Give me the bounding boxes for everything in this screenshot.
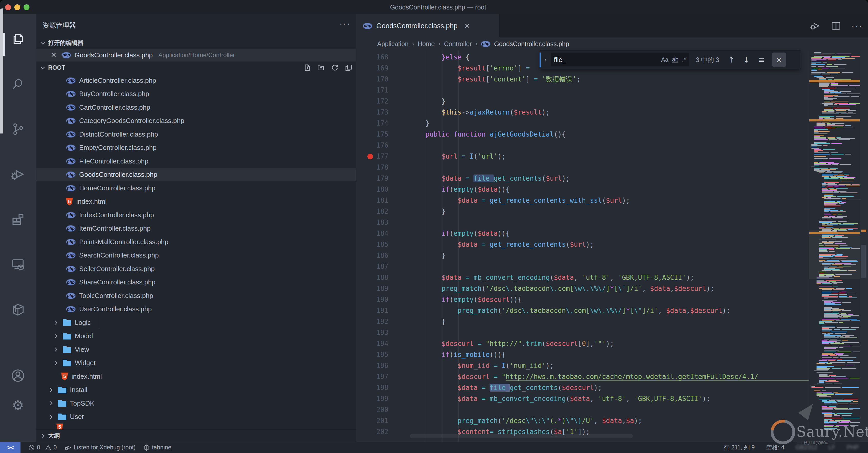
line-number[interactable]: 185 bbox=[356, 239, 395, 250]
code-line-199[interactable]: 199 $data = mb_convert_encoding($data, '… bbox=[356, 393, 809, 404]
tree-item-categorygoodscontroller-class-php[interactable]: phpCategoryGoodsController.class.php bbox=[36, 114, 356, 128]
line-number[interactable]: 189 bbox=[356, 283, 395, 294]
line-number[interactable]: 169 bbox=[356, 63, 395, 74]
line-number[interactable]: 181 bbox=[356, 195, 395, 206]
line-number[interactable]: 178 bbox=[356, 162, 395, 173]
code-line-182[interactable]: 182 } bbox=[356, 206, 809, 217]
tabnine-status[interactable]: tabnine bbox=[143, 444, 171, 451]
close-traffic-light[interactable] bbox=[5, 4, 11, 10]
code-line-180[interactable]: 180 if(empty($data)){ bbox=[356, 184, 809, 195]
code-line-190[interactable]: 190 if(empty($descurl)){ bbox=[356, 294, 809, 305]
tab-goodscontroller[interactable]: php GoodsController.class.php ✕ bbox=[356, 14, 500, 37]
remote-indicator[interactable]: >< bbox=[0, 442, 21, 453]
status-item[interactable]: LF bbox=[829, 444, 835, 451]
tree-item-buycontroller-class-php[interactable]: phpBuyController.class.php bbox=[36, 87, 356, 101]
xdebug-status[interactable]: Listen for Xdebug (root) bbox=[65, 444, 136, 451]
problems-status[interactable]: 0 0 bbox=[28, 444, 57, 451]
code-line-170[interactable]: 170 $result['content'] = '数据错误'; bbox=[356, 74, 809, 85]
code-line-197[interactable]: 197 $descurl = "http://hws.m.taobao.com/… bbox=[356, 371, 809, 382]
line-number[interactable]: 175 bbox=[356, 129, 395, 140]
status-item[interactable]: 空格: 4 bbox=[766, 444, 784, 451]
tree-item-view[interactable]: View bbox=[36, 343, 356, 356]
line-number[interactable]: 188 bbox=[356, 272, 395, 283]
tree-item-user[interactable]: User bbox=[36, 410, 356, 424]
code-line-200[interactable]: 200 bbox=[356, 404, 809, 415]
code-line-181[interactable]: 181 $data = get_remote_contents_with_ssl… bbox=[356, 195, 809, 206]
code-line-179[interactable]: 179 $data = file_get_contents($url); bbox=[356, 173, 809, 184]
tree-item-model[interactable]: Model bbox=[36, 330, 356, 343]
code-line-172[interactable]: 172 } bbox=[356, 96, 809, 107]
breadcrumb-item[interactable]: Controller bbox=[444, 40, 472, 48]
settings-gear-icon[interactable]: ⚙ bbox=[0, 390, 36, 421]
line-number[interactable]: 174 bbox=[356, 118, 395, 129]
tree-item-topsdk[interactable]: TopSDK bbox=[36, 397, 356, 410]
outline-section[interactable]: 大纲 bbox=[36, 429, 356, 442]
code-line-175[interactable]: 175 public function ajGetGoodsDetial(){ bbox=[356, 129, 809, 140]
code-line-173[interactable]: 173 $this->ajaxReturn($result); bbox=[356, 107, 809, 118]
tree-item-install[interactable]: Install bbox=[36, 383, 356, 397]
code-line-183[interactable]: 183 bbox=[356, 217, 809, 228]
code-line-184[interactable]: 184 if(empty($data)){ bbox=[356, 228, 809, 239]
line-number[interactable]: 180 bbox=[356, 184, 395, 195]
line-number[interactable]: 193 bbox=[356, 327, 395, 338]
tree-item-pointsmallcontroller-class-php[interactable]: phpPointsMallController.class.php bbox=[36, 235, 356, 249]
tree-item-articlecontroller-class-php[interactable]: phpArticleController.class.php bbox=[36, 74, 356, 87]
code-line-201[interactable]: 201 preg_match('/desc\"\:\"(.*)\"\}/U', … bbox=[356, 415, 809, 426]
line-number[interactable]: 187 bbox=[356, 261, 395, 272]
line-number[interactable]: 202 bbox=[356, 426, 395, 437]
horizontal-scrollbar[interactable] bbox=[410, 434, 633, 438]
split-editor-icon[interactable] bbox=[831, 21, 841, 31]
collapse-all-icon[interactable] bbox=[345, 64, 352, 71]
line-number[interactable]: 200 bbox=[356, 404, 395, 415]
code-line-191[interactable]: 191 preg_match('/dsc\.taobaocdn\.com[\w\… bbox=[356, 305, 809, 316]
tree-item-topiccontroller-class-php[interactable]: phpTopicController.class.php bbox=[36, 289, 356, 303]
match-case-icon[interactable]: Aa bbox=[661, 56, 669, 63]
toggle-replace-chevron-icon[interactable]: › bbox=[540, 56, 551, 64]
previous-match-icon[interactable]: ↑ bbox=[728, 55, 734, 64]
tree-item-cartcontroller-class-php[interactable]: phpCartController.class.php bbox=[36, 101, 356, 114]
root-folder-section[interactable]: ROOT bbox=[36, 61, 356, 74]
line-number[interactable]: 170 bbox=[356, 74, 395, 85]
line-number[interactable]: 197 bbox=[356, 371, 395, 382]
line-number[interactable]: 179 bbox=[356, 173, 395, 184]
explorer-icon[interactable] bbox=[0, 24, 36, 54]
line-number[interactable]: 191 bbox=[356, 305, 395, 316]
minimize-traffic-light[interactable] bbox=[14, 4, 20, 10]
debug-run-icon[interactable] bbox=[810, 21, 820, 31]
breadcrumb-item[interactable]: Home bbox=[417, 40, 435, 48]
line-number[interactable]: 201 bbox=[356, 415, 395, 426]
status-item[interactable]: 行 211, 列 9 bbox=[724, 444, 755, 451]
close-icon[interactable]: ✕ bbox=[51, 51, 58, 59]
code-line-178[interactable]: 178 bbox=[356, 162, 809, 173]
line-number[interactable]: 186 bbox=[356, 250, 395, 261]
code-line-192[interactable]: 192 } bbox=[356, 316, 809, 327]
code-editor[interactable]: 168 }else {169 $result['errno'] = 170 $r… bbox=[356, 50, 809, 442]
code-line-194[interactable]: 194 $descurl = "http://".trim($descurl[0… bbox=[356, 338, 809, 349]
tree-item-filecontroller-class-php[interactable]: phpFileController.class.php bbox=[36, 154, 356, 168]
tree-item-emptycontroller-class-php[interactable]: phpEmptyController.class.php bbox=[36, 141, 356, 155]
line-number[interactable]: 190 bbox=[356, 294, 395, 305]
tree-item-sellercontroller-class-php[interactable]: phpSellerController.class.php bbox=[36, 262, 356, 276]
line-number[interactable]: 184 bbox=[356, 228, 395, 239]
code-line-188[interactable]: 188 $data = mb_convert_encoding($data, '… bbox=[356, 272, 809, 283]
find-input[interactable]: file_ Aa ab .* bbox=[551, 53, 689, 66]
remote-explorer-icon[interactable] bbox=[0, 249, 36, 280]
status-item[interactable]: PHP bbox=[847, 444, 859, 451]
line-number[interactable]: 198 bbox=[356, 382, 395, 393]
tree-item-goodscontroller-class-php[interactable]: phpGoodsController.class.php bbox=[36, 168, 356, 182]
tree-item-indexcontroller-class-php[interactable]: phpIndexController.class.php bbox=[36, 208, 356, 222]
breadcrumb-item[interactable]: GoodsController.class.php bbox=[494, 40, 569, 48]
code-line-187[interactable]: 187 bbox=[356, 261, 809, 272]
code-line-176[interactable]: 176 bbox=[356, 140, 809, 151]
line-number[interactable]: 196 bbox=[356, 360, 395, 371]
code-line-195[interactable]: 195 if(is_mobile()){ bbox=[356, 349, 809, 360]
line-number[interactable]: 177 bbox=[356, 151, 395, 162]
tree-item-usercontroller-class-php[interactable]: phpUserController.class.php bbox=[36, 303, 356, 316]
line-number[interactable]: 176 bbox=[356, 140, 395, 151]
code-line-186[interactable]: 186 } bbox=[356, 250, 809, 261]
minimap-slider[interactable] bbox=[809, 230, 860, 279]
line-number[interactable]: 182 bbox=[356, 206, 395, 217]
breakpoint-marker[interactable] bbox=[367, 154, 373, 159]
refresh-icon[interactable] bbox=[331, 64, 339, 71]
line-number[interactable]: 199 bbox=[356, 393, 395, 404]
